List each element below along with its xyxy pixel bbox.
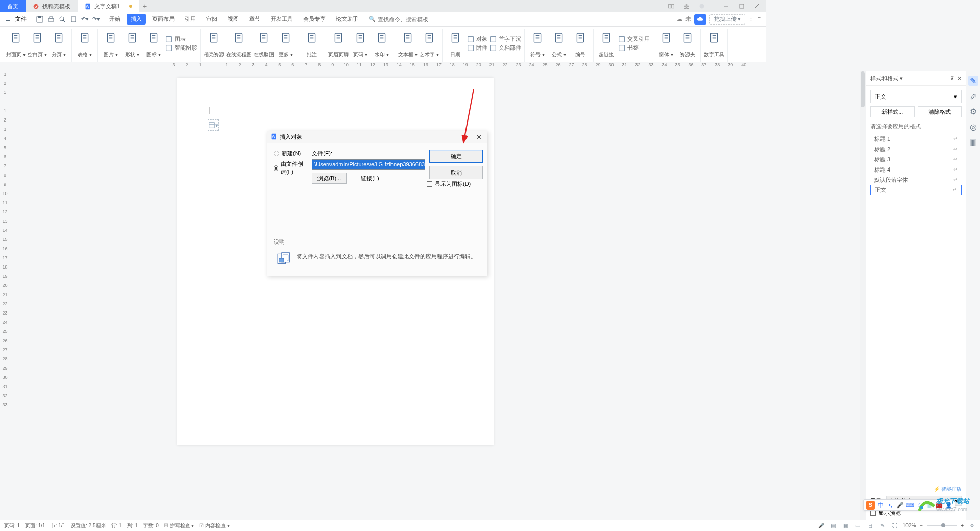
file-menu[interactable]: 文件 [15, 15, 27, 23]
clipboard-icon[interactable] [69, 15, 78, 23]
menu-插入[interactable]: 插入 [127, 14, 146, 25]
ribbon-稻壳资源[interactable]: 稻壳资源 [204, 29, 224, 58]
ribbon-艺术字[interactable]: 艺术字 ▾ [420, 29, 439, 58]
ribbon-首字下沉[interactable]: 首字下沉 [489, 35, 521, 43]
svg-rect-21 [12, 33, 19, 42]
tab-templates[interactable]: 找稻壳模板 [26, 0, 78, 12]
ribbon-数字工具[interactable]: 数字工具 [704, 29, 724, 58]
menu-视图[interactable]: 视图 [224, 14, 243, 25]
search-icon: 🔍 [369, 16, 376, 22]
svg-rect-25 [34, 33, 40, 42]
svg-rect-7 [684, 7, 687, 9]
search-input[interactable] [378, 16, 454, 22]
placeholder-icon: ▾ [208, 119, 219, 131]
ribbon-日期[interactable]: 日期 [446, 29, 465, 58]
undo-icon[interactable]: ↶▾ [81, 15, 89, 23]
word-mini-icon: W [271, 133, 277, 141]
ribbon-表格[interactable]: 表格 ▾ [75, 29, 94, 58]
svg-rect-116 [619, 45, 625, 51]
ribbon-智能图形[interactable]: 智能图形 [165, 44, 197, 52]
svg-rect-111 [603, 33, 609, 42]
ribbon-水印[interactable]: 水印 ▾ [372, 29, 391, 58]
preview-icon[interactable] [58, 15, 66, 23]
dialog-close-button[interactable]: ✕ [474, 132, 484, 142]
menu-论文助手[interactable]: 论文助手 [332, 14, 362, 25]
modified-dot-icon [129, 5, 132, 8]
tab-add[interactable]: + [139, 2, 151, 10]
svg-point-18 [60, 17, 64, 21]
menu-开始[interactable]: 开始 [105, 14, 125, 25]
tab-home[interactable]: 首页 [0, 0, 26, 12]
hamburger-icon[interactable]: ☰ [4, 15, 12, 23]
menu-会员专享[interactable]: 会员专享 [299, 14, 330, 25]
close-button[interactable] [751, 2, 763, 11]
ribbon-文本框[interactable]: 文本框 ▾ [398, 29, 418, 58]
ribbon-资源夹[interactable]: 资源夹 [678, 29, 697, 58]
cloud-sync-icon[interactable]: ☁ [677, 16, 682, 22]
ribbon-空白页[interactable]: 空白页 ▾ [28, 29, 47, 58]
svg-rect-49 [166, 36, 172, 42]
svg-rect-16 [48, 18, 54, 21]
desc-heading: 说明 [274, 238, 481, 246]
cloud-button[interactable] [694, 14, 706, 25]
grid-icon[interactable] [681, 2, 692, 11]
ribbon-对象[interactable]: 对象 [467, 35, 487, 43]
unsync-label: 未 [685, 15, 691, 23]
ribbon-图片[interactable]: 图片 ▾ [101, 29, 120, 58]
ok-button[interactable]: 确定 [429, 150, 483, 163]
ribbon-编号[interactable]: 编号 [571, 29, 590, 58]
ribbon-符号[interactable]: 符号 ▾ [528, 29, 547, 58]
ribbon-在线流程图[interactable]: 在线流程图 [226, 29, 252, 58]
ribbon-书签[interactable]: 书签 [618, 44, 650, 52]
svg-rect-20 [71, 17, 76, 22]
chevron-up-icon[interactable]: ⌃ [757, 16, 762, 22]
ribbon-封面页[interactable]: 封面页 ▾ [6, 29, 26, 58]
browse-button[interactable]: 浏览(B)... [312, 173, 347, 184]
ribbon-图标[interactable]: 图标 ▾ [144, 29, 163, 58]
menu-审阅[interactable]: 审阅 [202, 14, 222, 25]
insert-object-dialog: W 插入对象 ✕ 新建(N) 由文件创建(F) 文件(E): \Users\ad… [267, 131, 487, 276]
print-icon[interactable] [47, 15, 55, 23]
menu-页面布局[interactable]: 页面布局 [148, 14, 179, 25]
show-as-icon-checkbox[interactable]: 显示为图标(D) [427, 180, 471, 188]
ribbon-附件[interactable]: 附件 [467, 44, 487, 52]
ribbon-文档部件[interactable]: 文档部件 [489, 44, 521, 52]
svg-rect-99 [534, 33, 541, 42]
ribbon-超链接[interactable]: 超链接 [597, 29, 616, 58]
menu-开发工具[interactable]: 开发工具 [266, 14, 297, 25]
ribbon-分页[interactable]: 分页 ▾ [49, 29, 68, 58]
ribbon-更多[interactable]: 更多 ▾ [276, 29, 296, 58]
more-vertical-icon[interactable]: ⋮ [748, 16, 754, 22]
ribbon-形状[interactable]: 形状 ▾ [122, 29, 142, 58]
tab-document[interactable]: W 文字文稿1 [78, 0, 139, 12]
minimize-button[interactable] [721, 2, 732, 11]
svg-rect-107 [577, 33, 583, 42]
ribbon-交叉引用[interactable]: 交叉引用 [618, 35, 650, 43]
skin-icon[interactable] [696, 2, 707, 11]
file-path-input[interactable]: \Users\admin\Pictures\e3iG-fzihnep393668… [312, 159, 425, 170]
menu-引用[interactable]: 引用 [181, 14, 200, 25]
ribbon-窗体[interactable]: 窗体 ▾ [656, 29, 676, 58]
reading-layout-icon[interactable] [666, 2, 677, 11]
redo-icon[interactable]: ↷▾ [92, 15, 100, 23]
svg-rect-83 [404, 33, 411, 42]
radio-from-file[interactable]: 由文件创建(F) [274, 160, 308, 176]
ribbon-页码[interactable]: 页码 ▾ [351, 29, 370, 58]
radio-new[interactable]: 新建(N) [274, 150, 308, 157]
drag-upload-button[interactable]: 拖拽上传▾ [709, 14, 745, 25]
ribbon-公式[interactable]: 公式 ▾ [549, 29, 569, 58]
svg-rect-3 [669, 4, 671, 8]
ribbon-批注[interactable]: 批注 [302, 29, 322, 58]
menu-章节[interactable]: 章节 [245, 14, 264, 25]
maximize-button[interactable] [736, 2, 747, 11]
ribbon-页眉页脚[interactable]: 页眉页脚 [328, 29, 349, 58]
save-icon[interactable] [36, 15, 44, 23]
svg-rect-91 [452, 33, 458, 42]
link-checkbox[interactable]: 链接(L) [353, 175, 379, 182]
ribbon-在线脑图[interactable]: 在线脑图 [254, 29, 274, 58]
ribbon-图表[interactable]: 图表 [165, 35, 197, 43]
svg-rect-41 [129, 33, 135, 42]
svg-rect-71 [335, 33, 341, 42]
cancel-button[interactable]: 取消 [429, 166, 483, 179]
svg-line-19 [63, 20, 65, 22]
